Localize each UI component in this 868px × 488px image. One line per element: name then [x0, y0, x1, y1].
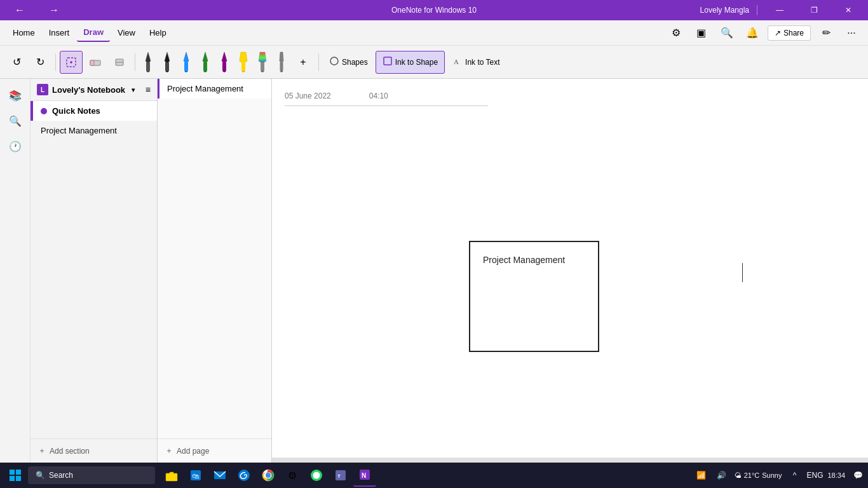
drawn-rectangle: Project Management [469, 241, 599, 352]
eraser-tool[interactable] [84, 51, 107, 74]
mail-icon [213, 468, 227, 482]
page-label: Project Management [167, 84, 243, 93]
forward-button[interactable]: → [39, 0, 69, 20]
recent-icon[interactable]: 🕐 [4, 135, 27, 158]
pen-tool-dark[interactable] [158, 51, 176, 74]
menu-help[interactable]: Help [143, 24, 173, 41]
svg-marker-7 [146, 52, 151, 64]
chevron-icon[interactable]: ^ [787, 468, 802, 483]
maximize-button[interactable]: ❐ [799, 0, 829, 20]
shapes-icon [329, 56, 339, 68]
taskbar-search[interactable]: 🔍 Search [28, 466, 155, 484]
taskbar-settings[interactable]: ⚙ [281, 464, 304, 487]
start-button[interactable] [3, 463, 28, 488]
taskbar-edge[interactable] [233, 464, 255, 487]
settings-icon[interactable]: ⚙ [666, 23, 686, 43]
shapes-button[interactable]: Shapes [323, 51, 374, 74]
section-item-project-management[interactable]: Project Management [31, 121, 157, 140]
sidebar-icons: 📚 🔍 🕐 [0, 79, 31, 463]
collapse-icon[interactable]: ▣ [691, 23, 712, 43]
search-icon[interactable]: 🔍 [717, 23, 737, 43]
language-icon[interactable]: ENG [807, 468, 822, 483]
canvas-area[interactable]: 05 June 2022 04:10 Project Management [272, 79, 868, 463]
add-page-button[interactable]: ＋ Add page [158, 438, 271, 463]
ink-to-text-button[interactable]: A Ink to Text [446, 51, 506, 74]
share-button[interactable]: ↗ Share [768, 25, 811, 41]
share-icon: ↗ [775, 29, 781, 37]
pen-tool-purple[interactable] [215, 51, 233, 74]
svg-rect-17 [203, 62, 207, 71]
section-label: Quick Notes [52, 106, 100, 116]
titlebar-nav-group: ← → [5, 0, 69, 20]
page-meta: 05 June 2022 04:10 [285, 92, 488, 106]
taskbar-file-explorer[interactable] [160, 464, 183, 487]
menubar-right: ⚙ ▣ 🔍 🔔 ↗ Share ✏ ··· [666, 23, 862, 43]
eraser2-tool[interactable] [108, 51, 131, 74]
lasso-tool[interactable] [60, 51, 83, 74]
pen-tool-blue[interactable] [177, 51, 195, 74]
taskbar-chrome[interactable] [257, 464, 280, 487]
menu-draw[interactable]: Draw [77, 24, 110, 42]
notification-icon[interactable]: 💬 [850, 468, 865, 483]
svg-marker-28 [280, 52, 283, 64]
network-icon[interactable]: 📶 [694, 468, 709, 483]
svg-marker-30 [280, 71, 283, 72]
undo-redo-group: ↺ ↻ [5, 51, 51, 74]
toolbar-sep-2 [135, 53, 135, 71]
notebooks-icon[interactable]: 📚 [4, 84, 27, 107]
weather-widget[interactable]: 🌤 21°C Sunny [735, 471, 782, 479]
taskbar-teams[interactable]: T [329, 464, 352, 487]
share-label: Share [783, 29, 804, 37]
svg-text:A: A [454, 58, 459, 65]
svg-rect-20 [222, 62, 226, 71]
redo-button[interactable]: ↻ [29, 51, 51, 74]
volume-icon[interactable]: 🔊 [714, 468, 729, 483]
svg-rect-8 [146, 62, 150, 71]
menu-view[interactable]: View [111, 24, 142, 41]
taskbar-right: 📶 🔊 🌤 21°C Sunny ^ ENG 18:34 💬 [694, 468, 865, 483]
svg-point-44 [266, 473, 271, 478]
more-icon[interactable]: ··· [841, 23, 862, 43]
taskbar-mail[interactable] [208, 464, 231, 487]
ink-to-shape-icon [383, 56, 393, 68]
chrome-icon [261, 468, 275, 482]
ink-to-shape-button[interactable]: Ink to Shape [376, 51, 445, 74]
pen-tool-black[interactable] [139, 51, 157, 74]
menu-home[interactable]: Home [6, 24, 41, 41]
horizontal-scrollbar[interactable] [272, 458, 868, 463]
eraser2-icon [113, 56, 126, 69]
minimize-button[interactable]: — [765, 0, 794, 20]
search-sidebar-icon[interactable]: 🔍 [4, 109, 27, 132]
close-button[interactable]: ✕ [834, 0, 863, 20]
highlighter-slim-icon [276, 51, 287, 74]
svg-point-31 [330, 57, 338, 65]
taskbar-onenote[interactable]: N [353, 464, 376, 487]
add-page-icon: ＋ [165, 445, 173, 456]
highlighter-slim[interactable] [273, 51, 290, 74]
rectangle-text: Project Management [483, 255, 565, 265]
highlighter-yellow[interactable] [234, 51, 252, 74]
bell-icon[interactable]: 🔔 [742, 23, 763, 43]
pen-mode-icon[interactable]: ✏ [816, 23, 836, 43]
taskbar-whatsapp[interactable] [305, 464, 328, 487]
taskbar-store[interactable]: 🛍 [184, 464, 207, 487]
pen-tool-green[interactable] [196, 51, 214, 74]
section-item-quick-notes[interactable]: Quick Notes [31, 101, 157, 121]
svg-marker-15 [184, 71, 188, 72]
add-section-icon: ＋ [38, 445, 46, 456]
menu-insert[interactable]: Insert [43, 24, 76, 41]
svg-rect-4 [90, 60, 94, 65]
clock-widget[interactable]: 18:34 [827, 471, 845, 479]
highlighter-multi[interactable] [254, 51, 271, 74]
sort-icon[interactable]: ≡ [146, 85, 151, 95]
add-pen-button[interactable]: + [292, 51, 315, 74]
back-button[interactable]: ← [5, 0, 34, 20]
page-item-project-management[interactable]: Project Management [158, 79, 271, 98]
add-section-button[interactable]: ＋ Add section [31, 438, 157, 463]
sun-icon: 🌤 [735, 471, 742, 479]
undo-button[interactable]: ↺ [5, 51, 28, 74]
notebook-header[interactable]: L Lovely's Notebook ▾ ≡ [31, 79, 157, 101]
weather-label: Sunny [762, 471, 782, 479]
svg-rect-26 [261, 62, 264, 71]
svg-rect-23 [241, 62, 245, 71]
